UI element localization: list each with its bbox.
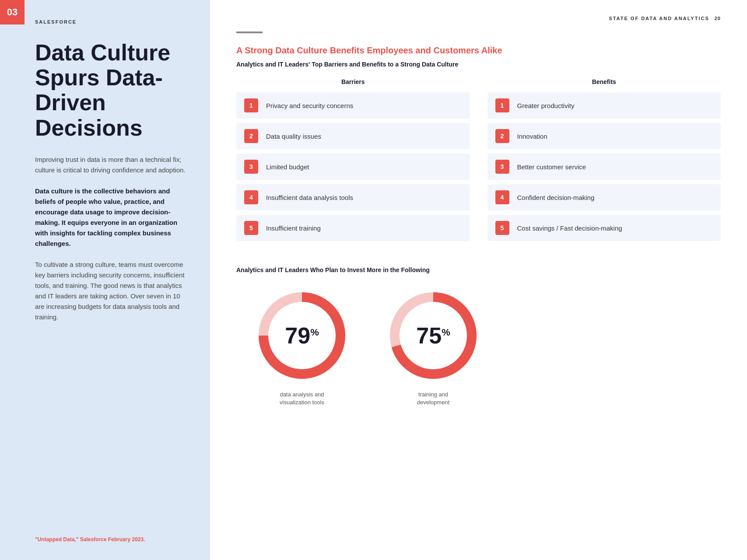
benefit-number-2: 2: [495, 129, 509, 143]
donut-label-1: 79%: [285, 324, 319, 347]
benefit-text-2: Innovation: [517, 133, 547, 140]
barrier-text-3: Limited budget: [266, 163, 309, 171]
donut-caption-1: data analysis and visualization tools: [274, 391, 330, 406]
sidebar: 03 SALESFORCE Data Culture Spurs Data-Dr…: [0, 0, 210, 560]
donut-caption-2: training and development: [405, 391, 462, 406]
table-row: 4 Insufficient data analysis tools: [236, 184, 470, 210]
table-row: 3 Better customer service: [487, 154, 721, 180]
table-row: 2 Data quality issues: [236, 123, 470, 149]
benefit-text-1: Greater productivity: [517, 102, 575, 109]
sidebar-body-text-2: To cultivate a strong culture, teams mus…: [35, 259, 189, 322]
header-label: STATE OF DATA AND ANALYTICS: [609, 16, 709, 21]
sidebar-footer: "Untapped Data," Salesforce February 202…: [35, 522, 189, 542]
barrier-number-5: 5: [244, 221, 258, 235]
brand-label: SALESFORCE: [35, 19, 189, 24]
benefits-header: Benefits: [487, 78, 721, 85]
top-header: STATE OF DATA AND ANALYTICS 20: [236, 16, 721, 21]
page-num: 20: [715, 16, 721, 21]
benefit-text-4: Confident decision-making: [517, 194, 595, 201]
footer-citation: "Untapped Data," Salesforce February 202…: [35, 536, 189, 542]
donut-wrapper-2: 75% training and development: [385, 287, 481, 406]
benefit-number-4: 4: [495, 190, 509, 204]
barrier-text-2: Data quality issues: [266, 133, 321, 140]
donut-percent-2: 75%: [416, 324, 450, 347]
barriers-header: Barriers: [236, 78, 470, 85]
table-row: 5 Insufficient training: [236, 215, 470, 241]
sidebar-bold-text: Data culture is the collective behaviors…: [35, 186, 189, 249]
benefit-number-1: 1: [495, 98, 509, 112]
benefits-column: Benefits 1 Greater productivity 2 Innova…: [487, 78, 721, 245]
donut-percent-1: 79%: [285, 324, 319, 347]
section-title: A Strong Data Culture Benefits Employees…: [236, 46, 721, 56]
benefit-text-3: Better customer service: [517, 163, 586, 171]
barrier-number-1: 1: [244, 98, 258, 112]
barrier-text-5: Insufficient training: [266, 224, 321, 232]
donut-chart-1: 79%: [254, 287, 350, 384]
footer-citation-bold: "Untapped Data,": [35, 536, 78, 542]
donut-charts: 79% data analysis and visualization tool…: [236, 287, 721, 406]
barrier-number-4: 4: [244, 190, 258, 204]
barriers-column: Barriers 1 Privacy and security concerns…: [236, 78, 470, 245]
barriers-benefits-table: Barriers 1 Privacy and security concerns…: [236, 78, 721, 245]
benefit-number-3: 3: [495, 160, 509, 174]
donut-label-2: 75%: [416, 324, 450, 347]
barrier-number-2: 2: [244, 129, 258, 143]
main-content: STATE OF DATA AND ANALYTICS 20 A Strong …: [210, 0, 747, 560]
page-number-badge: 03: [0, 0, 25, 24]
table-row: 1 Greater productivity: [487, 92, 721, 119]
table-row: 5 Cost savings / Fast decision-making: [487, 215, 721, 241]
benefit-number-5: 5: [495, 221, 509, 235]
table-row: 1 Privacy and security concerns: [236, 92, 470, 119]
divider-bar: [236, 32, 263, 33]
table-row: 2 Innovation: [487, 123, 721, 149]
donut-section-title: Analytics and IT Leaders Who Plan to Inv…: [236, 266, 721, 273]
donut-wrapper-1: 79% data analysis and visualization tool…: [254, 287, 350, 406]
table-row: 4 Confident decision-making: [487, 184, 721, 210]
benefit-text-5: Cost savings / Fast decision-making: [517, 224, 622, 232]
sidebar-body-text-1: Improving trust in data is more than a t…: [35, 154, 189, 175]
page-title: Data Culture Spurs Data-Driven Decisions: [35, 40, 189, 140]
section-subtitle: Analytics and IT Leaders' Top Barriers a…: [236, 61, 721, 68]
barrier-text-4: Insufficient data analysis tools: [266, 194, 353, 201]
table-row: 3 Limited budget: [236, 154, 470, 180]
barrier-text-1: Privacy and security concerns: [266, 102, 353, 109]
barrier-number-3: 3: [244, 160, 258, 174]
donut-chart-2: 75%: [385, 287, 481, 384]
footer-citation-rest: Salesforce February 2023.: [80, 536, 145, 542]
